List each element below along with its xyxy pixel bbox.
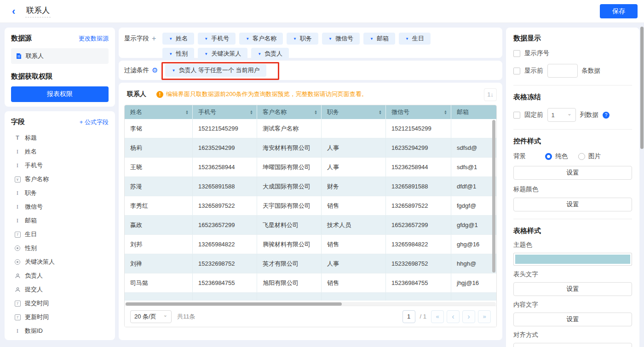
freeze-count-value: 1: [552, 112, 555, 119]
table-row: 王晓15236258944坤曜国际有限公司人事15236258944sdfs@1: [125, 158, 497, 177]
table-row: 李铭152121545299测试客户名称152121545299: [125, 119, 497, 138]
add-display-field-icon[interactable]: [152, 34, 156, 43]
field-item[interactable]: I姓名: [11, 145, 109, 159]
table-cell: 13265984822: [193, 235, 257, 254]
display-field-chip[interactable]: 邮箱: [363, 33, 395, 45]
column-header[interactable]: 姓名: [125, 105, 193, 119]
current-page-box[interactable]: 1: [402, 310, 415, 323]
vertical-scrollbar-thumb[interactable]: [492, 120, 495, 273]
show-first-row: 显示前 条数据: [513, 64, 632, 78]
show-index-label: 显示序号: [524, 49, 549, 57]
display-field-chip[interactable]: 姓名: [162, 33, 194, 45]
display-field-chip[interactable]: 微信号: [322, 33, 360, 45]
content-text-set-button[interactable]: 设置: [513, 313, 632, 326]
chevron-down-icon: [370, 37, 374, 41]
filter-settings-gear-icon[interactable]: [152, 66, 158, 74]
column-header[interactable]: 职务: [322, 105, 386, 119]
person-icon: [14, 287, 21, 293]
divider: [513, 129, 632, 130]
solid-color-radio[interactable]: [545, 153, 552, 160]
date-icon: 7: [14, 301, 21, 307]
display-field-chip[interactable]: 性别: [162, 48, 194, 60]
report-permission-button[interactable]: 报表权限: [11, 86, 109, 102]
preview-panel: 联系人 编辑界面只取数据源前200条作为查询数据预览，完整数据请访问页面查看。 …: [119, 83, 502, 340]
chevron-down-icon: [567, 112, 571, 118]
display-field-chip[interactable]: 职务: [287, 33, 318, 45]
field-item[interactable]: 7生日: [11, 228, 109, 241]
table-cell: 152121545299: [193, 119, 257, 138]
title-color-set-button[interactable]: 设置: [513, 198, 632, 211]
last-page-button[interactable]: [478, 310, 491, 323]
page-size-select[interactable]: 20 条/页: [130, 310, 172, 323]
display-field-chip[interactable]: 关键决策人: [198, 48, 247, 60]
first-page-button[interactable]: [431, 310, 444, 323]
field-item[interactable]: 关键决策人: [11, 255, 109, 269]
show-index-checkbox[interactable]: [513, 50, 520, 57]
table-cell: 销售: [322, 196, 386, 215]
date-icon: 7: [15, 301, 21, 307]
table-header-row: 姓名手机号客户名称职务微信号邮箱: [125, 105, 497, 119]
display-field-chip[interactable]: 生日: [399, 33, 431, 45]
field-item[interactable]: 负责人: [11, 269, 109, 283]
radio-icon: [15, 259, 20, 265]
datasource-item[interactable]: 联系人: [11, 48, 109, 64]
display-field-chip[interactable]: 客户名称: [239, 33, 283, 45]
field-item[interactable]: T标题: [11, 131, 109, 145]
horizontal-scrollbar-thumb[interactable]: [126, 302, 342, 306]
column-header[interactable]: 客户名称: [257, 105, 322, 119]
field-item-label: 客户名称: [25, 175, 49, 183]
display-field-chip[interactable]: 手机号: [198, 33, 236, 45]
table-cell: hhgh@: [451, 254, 497, 273]
display-field-chip[interactable]: 负责人: [251, 48, 289, 60]
back-icon[interactable]: [12, 6, 15, 17]
help-icon[interactable]: [603, 112, 610, 119]
show-first-count-input[interactable]: [547, 64, 578, 78]
table-row: 李秀红13265897522天宇国际有限公司销售13265897522fgdgf…: [125, 196, 497, 216]
image-radio[interactable]: [578, 153, 585, 160]
total-count: 共11条: [177, 313, 196, 321]
show-first-prefix: 显示前: [524, 67, 543, 75]
header-text-set-button[interactable]: 设置: [513, 282, 632, 296]
field-item[interactable]: 提交人: [11, 283, 109, 296]
field-item[interactable]: I数据ID: [11, 324, 109, 338]
field-item[interactable]: I微信号: [11, 200, 109, 214]
fields-panel: 字段 + 公式字段 T标题I姓名I手机号∨客户名称I职务I微信号I邮箱7生日性别…: [5, 111, 115, 340]
chevron-down-icon: [169, 37, 172, 41]
prev-page-button[interactable]: [447, 310, 460, 323]
select-icon: ∨: [14, 176, 21, 182]
table-row: 苏漫13265891588大成国际有限公司财务13265891588dfdf@1: [125, 177, 497, 196]
align-set-button[interactable]: [513, 343, 632, 347]
image-label: 图片: [588, 152, 601, 160]
theme-color-swatch[interactable]: [513, 253, 632, 266]
table-body: 李铭152121545299测试客户名称152121545299杨莉162352…: [125, 119, 496, 301]
freeze-count-select[interactable]: 1: [547, 108, 576, 122]
field-item[interactable]: I职务: [11, 186, 109, 200]
field-item[interactable]: ∨客户名称: [11, 172, 109, 186]
background-set-button[interactable]: 设置: [513, 166, 632, 180]
table-cell: 16523657299: [193, 216, 257, 234]
row-order-icon[interactable]: [484, 88, 497, 101]
field-item[interactable]: 7更新时间: [11, 310, 109, 324]
column-header[interactable]: 微信号: [386, 105, 451, 119]
show-first-checkbox[interactable]: [513, 68, 520, 74]
freeze-checkbox[interactable]: [513, 112, 520, 119]
save-button[interactable]: 保存: [600, 4, 638, 18]
filter-condition-chip[interactable]: 负责人 等于任意一个 当前用户: [165, 64, 266, 77]
field-item[interactable]: I邮箱: [11, 214, 109, 228]
page-scrollbar-thumb[interactable]: [640, 27, 644, 149]
field-item[interactable]: I手机号: [11, 159, 109, 172]
show-index-row: 显示序号: [513, 49, 632, 57]
field-item[interactable]: 性别: [11, 241, 109, 255]
display-field-chip-label: 关键决策人: [211, 50, 241, 58]
add-formula-field-link[interactable]: + 公式字段: [80, 118, 109, 126]
content-text-label: 内容文字: [513, 301, 632, 309]
chevron-down-icon: [258, 52, 261, 56]
column-header[interactable]: 邮箱: [451, 105, 497, 119]
table-cell: 13265891588: [193, 177, 257, 196]
column-header-label: 手机号: [198, 108, 216, 116]
column-header[interactable]: 手机号: [193, 105, 257, 119]
table-cell: 152121545299: [386, 119, 451, 138]
next-page-button[interactable]: [462, 310, 475, 323]
change-datasource-link[interactable]: 更改数据源: [79, 34, 109, 43]
field-item[interactable]: 7提交时间: [11, 296, 109, 310]
